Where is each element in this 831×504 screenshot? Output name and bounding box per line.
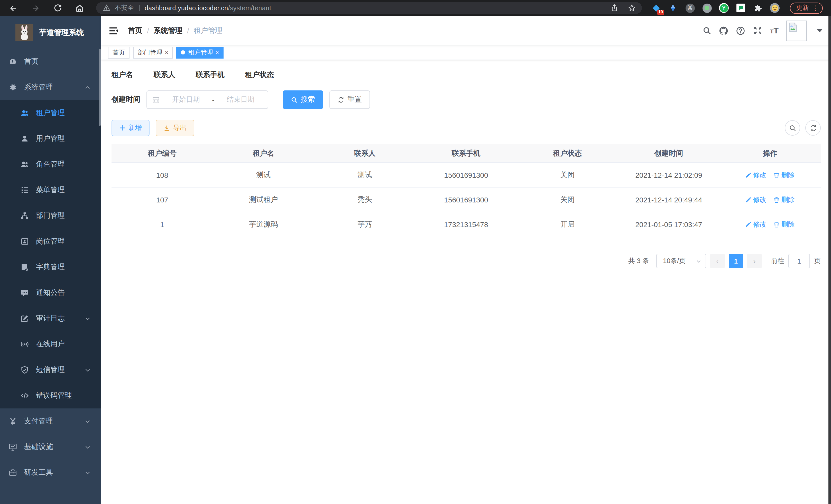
table-cell-actions: 修改删除 [719,195,821,204]
delete-link-label: 删除 [781,170,795,180]
sidebar-item-label: 岗位管理 [36,237,65,246]
search-button[interactable]: 搜索 [283,90,323,109]
filter-租户名: 租户名 [112,70,139,80]
sidebar-item-研发工具[interactable]: 研发工具 [0,460,101,485]
top-navbar: 首页/系统管理/租户管理 TT [101,16,831,45]
tab-close-icon[interactable]: × [165,49,168,56]
page-unit-label: 页 [814,256,821,266]
edit-link[interactable]: 修改 [745,220,767,229]
sidebar-item-菜单管理[interactable]: 菜单管理 [0,177,101,203]
tab-close-icon[interactable]: × [216,49,219,56]
tab-租户管理[interactable]: 租户管理× [176,47,224,58]
browser-menu-icon[interactable]: ⋮ [812,5,819,11]
fullscreen-icon[interactable] [753,26,763,35]
page-number-button[interactable]: 1 [729,254,743,268]
avatar-dropdown-caret[interactable] [816,29,823,32]
reload-icon[interactable] [52,3,63,13]
extension-diamond-icon[interactable]: 10 [651,3,661,13]
table-header-cell: 租户状态 [517,149,618,158]
tab-label: 首页 [113,48,125,57]
table-header-cell: 租户名 [213,149,314,158]
sidebar-item-基础设施[interactable]: 基础设施 [0,434,101,460]
table-header-row: 租户编号租户名联系人联系手机租户状态创建时间操作 [112,144,821,163]
app-title: 芋道管理系统 [39,28,84,37]
sidebar-item-支付管理[interactable]: 支付管理 [0,409,101,434]
url-text[interactable]: dashboard.yudao.iocoder.cn/system/tenant [145,4,271,11]
page-size-select[interactable]: 10条/页 [656,254,706,268]
toggle-search-button[interactable] [785,120,800,136]
github-icon[interactable] [719,26,728,35]
sidebar-item-审计日志[interactable]: 审计日志 [0,306,101,331]
sidebar-item-错误码管理[interactable]: 错误码管理 [0,383,101,409]
sidebar-item-租户管理[interactable]: 租户管理 [0,100,101,126]
font-size-icon[interactable]: TT [770,26,779,35]
sidebar-item-系统管理[interactable]: 系统管理 [0,75,101,100]
end-date-placeholder[interactable]: 结束日期 [219,95,263,104]
tab-首页[interactable]: 首页 [108,47,130,58]
table-cell: 芋艿 [314,220,416,229]
sidebar-item-部门管理[interactable]: 部门管理 [0,203,101,229]
breadcrumb: 首页/系统管理/租户管理 [128,26,223,35]
sidebar-item-岗位管理[interactable]: 岗位管理 [0,229,101,254]
sidebar-item-短信管理[interactable]: 短信管理 [0,357,101,383]
extension-kite-icon[interactable] [668,3,678,13]
refresh-button[interactable] [805,120,821,136]
sidebar-item-字典管理[interactable]: 字典管理 [0,254,101,280]
table-row: 108测试测试15601691300关闭2021-12-14 21:02:09修… [112,163,821,187]
delete-link[interactable]: 删除 [774,195,795,204]
tab-部门管理[interactable]: 部门管理× [133,47,173,58]
bookmark-star-icon[interactable] [627,3,637,13]
breadcrumb-item[interactable]: 首页 [128,26,142,35]
filter-label: 租户状态 [245,70,274,80]
prev-page-button[interactable]: ‹ [710,254,725,268]
next-page-button[interactable]: › [747,254,762,268]
forward-icon[interactable] [30,3,40,13]
not-secure-warning-icon[interactable] [101,3,112,13]
help-icon[interactable] [736,26,745,35]
sidebar-item-通知公告[interactable]: 通知公告 [0,280,101,306]
chevron-down-icon [85,470,90,475]
app-logo[interactable]: 芋道管理系统 [0,16,101,49]
delete-link[interactable]: 删除 [774,170,795,180]
browser-nav-buttons [8,3,85,13]
browser-update-button[interactable]: 更新 ⋮ [790,2,823,13]
home-icon[interactable] [75,3,85,13]
extension-chat-icon[interactable] [736,3,746,13]
start-date-placeholder[interactable]: 开始日期 [164,95,208,104]
goto-page-input[interactable]: 1 [789,254,810,268]
sidebar-item-用户管理[interactable]: 用户管理 [0,126,101,152]
sidebar-item-label: 错误码管理 [36,391,72,400]
gear-icon [9,83,17,91]
sidebar-item-首页[interactable]: 首页 [0,49,101,75]
extension-puzzle-icon[interactable] [753,3,763,13]
delete-link[interactable]: 删除 [774,220,795,229]
extension-y-icon[interactable]: Y [719,3,729,13]
extension-emoji-icon[interactable] [770,3,780,13]
avatar-broken-image[interactable] [786,20,807,41]
add-button[interactable]: 新增 [112,120,149,136]
extension-green-dot-icon[interactable] [702,3,712,13]
org-icon [21,212,29,220]
back-icon[interactable] [8,3,19,13]
export-button[interactable]: 导出 [156,120,194,136]
security-label[interactable]: 不安全 [115,4,134,12]
edit-link[interactable]: 修改 [745,170,767,180]
sidebar-collapse-icon[interactable] [109,25,119,36]
address-bar[interactable]: 不安全 dashboard.yudao.iocoder.cn/system/te… [96,2,642,14]
sidebar-item-在线用户[interactable]: 在线用户 [0,331,101,357]
chevron-down-icon [85,367,90,373]
share-icon[interactable] [609,3,619,13]
create-time-range-picker[interactable]: 开始日期 - 结束日期 [146,90,268,109]
tags-view-bar: 首页部门管理×租户管理× [101,45,831,60]
table-cell: 芋道源码 [213,220,314,229]
breadcrumb-item[interactable]: 系统管理 [154,26,182,35]
sidebar-item-角色管理[interactable]: 角色管理 [0,152,101,177]
table-cell: 关闭 [517,170,618,180]
search-icon[interactable] [702,26,712,35]
extension-command-icon[interactable]: ⌘ [685,3,695,13]
table-cell-actions: 修改删除 [719,220,821,229]
edit-link[interactable]: 修改 [745,195,767,204]
sidebar-scrollbar-thumb[interactable] [99,49,101,126]
reset-button[interactable]: 重置 [329,90,370,109]
sidebar-item-label: 支付管理 [24,417,53,426]
